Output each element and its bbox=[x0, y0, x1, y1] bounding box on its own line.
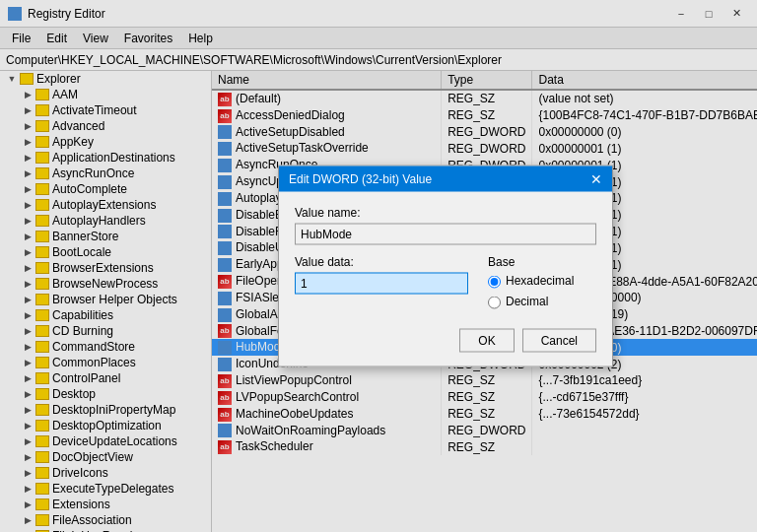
value-data-input[interactable] bbox=[295, 273, 468, 295]
value-name-label: Value name: bbox=[295, 206, 596, 220]
dialog-close-button[interactable]: ✕ bbox=[590, 172, 602, 186]
dialog-data-row: Value data: Base Hexadecimal Decimal bbox=[295, 255, 596, 315]
hexadecimal-option: Hexadecimal bbox=[488, 274, 596, 291]
value-name-input[interactable] bbox=[295, 224, 596, 245]
hexadecimal-label: Hexadecimal bbox=[506, 274, 574, 288]
ok-button[interactable]: OK bbox=[459, 329, 514, 353]
dialog-title-text: Edit DWORD (32-bit) Value bbox=[289, 172, 432, 186]
decimal-label: Decimal bbox=[506, 295, 548, 308]
decimal-option: Decimal bbox=[488, 295, 596, 311]
edit-dword-dialog: Edit DWORD (32-bit) Value ✕ Value name: … bbox=[278, 166, 613, 367]
base-label: Base bbox=[488, 255, 596, 269]
hexadecimal-radio[interactable] bbox=[488, 276, 501, 289]
base-group: Base Hexadecimal Decimal bbox=[488, 255, 596, 315]
decimal-radio[interactable] bbox=[488, 297, 501, 309]
value-data-label: Value data: bbox=[295, 255, 468, 269]
dialog-title-bar: Edit DWORD (32-bit) Value ✕ bbox=[279, 166, 612, 192]
dialog-body: Value name: Value data: Base Hexadecimal… bbox=[279, 192, 612, 366]
cancel-button[interactable]: Cancel bbox=[522, 329, 596, 353]
value-data-group: Value data: bbox=[295, 255, 468, 304]
dialog-buttons: OK Cancel bbox=[295, 329, 596, 353]
